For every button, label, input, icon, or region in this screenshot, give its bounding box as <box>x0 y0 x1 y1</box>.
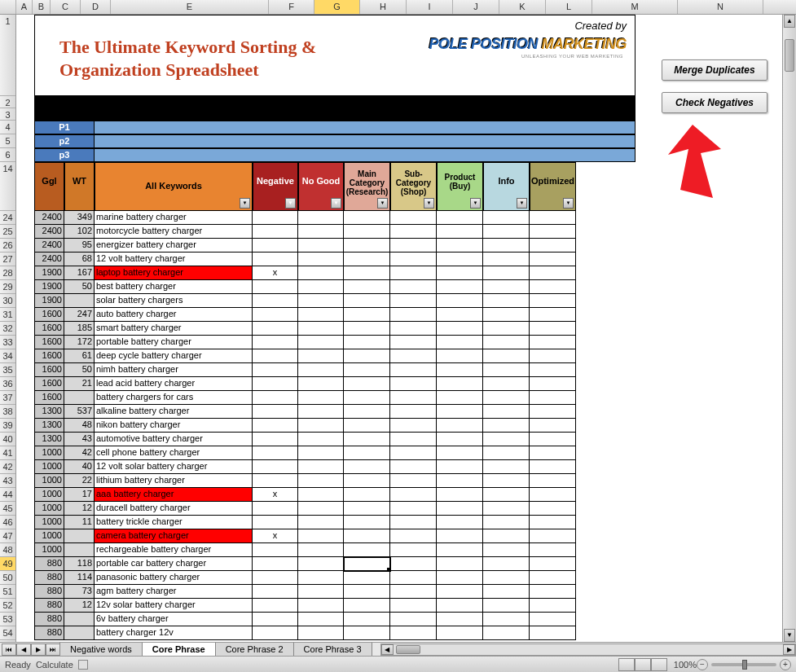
cell[interactable] <box>344 253 390 266</box>
column-header[interactable]: A <box>16 0 33 14</box>
cell[interactable] <box>344 557 390 571</box>
cell[interactable]: 1900 <box>34 266 64 280</box>
cell[interactable]: laptop battery charger <box>95 266 253 280</box>
cell[interactable]: automotive battery charger <box>95 433 253 446</box>
cell[interactable]: 1600 <box>34 336 64 349</box>
cell[interactable] <box>253 419 298 433</box>
cell[interactable] <box>298 391 344 405</box>
cell[interactable] <box>64 294 95 308</box>
cell[interactable] <box>344 460 390 474</box>
cell[interactable]: 1600 <box>34 322 64 336</box>
cell[interactable] <box>437 557 483 571</box>
cell[interactable] <box>253 294 298 308</box>
cell[interactable] <box>390 446 437 460</box>
cell[interactable] <box>530 488 576 502</box>
cell[interactable] <box>298 280 344 294</box>
view-normal-icon[interactable] <box>618 658 635 671</box>
cell[interactable] <box>483 294 530 308</box>
row-header[interactable]: 46 <box>0 516 15 529</box>
cell[interactable] <box>483 516 530 529</box>
cell[interactable] <box>390 322 437 336</box>
cell[interactable] <box>298 322 344 336</box>
cell[interactable] <box>344 294 390 308</box>
cell[interactable]: x <box>253 266 298 280</box>
cell[interactable] <box>390 308 437 322</box>
cell[interactable] <box>253 460 298 474</box>
column-header[interactable]: E <box>111 0 269 14</box>
cell[interactable] <box>344 571 390 585</box>
row-header[interactable]: 5 <box>0 134 15 148</box>
cell[interactable] <box>390 419 437 433</box>
cell[interactable] <box>344 446 390 460</box>
zoom-in-icon[interactable]: + <box>780 659 791 670</box>
cell[interactable] <box>344 405 390 419</box>
cell[interactable]: x <box>253 488 298 502</box>
cell[interactable] <box>483 433 530 446</box>
cell[interactable] <box>344 543 390 557</box>
cell[interactable]: nimh battery charger <box>95 363 253 377</box>
cell[interactable] <box>344 266 390 280</box>
cell[interactable] <box>344 613 390 626</box>
cell[interactable] <box>253 211 298 225</box>
cell[interactable]: 12 <box>64 502 95 516</box>
cell[interactable]: marine battery charger <box>95 211 253 225</box>
row-header[interactable]: 33 <box>0 336 15 349</box>
column-header[interactable]: M <box>592 0 678 14</box>
cell[interactable] <box>298 349 344 363</box>
cell[interactable]: 1000 <box>34 446 64 460</box>
cell[interactable] <box>390 266 437 280</box>
column-header[interactable]: J <box>453 0 499 14</box>
cell[interactable] <box>253 543 298 557</box>
cell[interactable] <box>437 529 483 543</box>
cell[interactable]: smart battery charger <box>95 322 253 336</box>
cell[interactable] <box>253 585 298 599</box>
cell[interactable] <box>530 211 576 225</box>
cell[interactable] <box>344 280 390 294</box>
cell[interactable] <box>530 336 576 349</box>
sheet-tab[interactable]: Negative words <box>59 643 143 657</box>
row-header[interactable]: 36 <box>0 377 15 391</box>
cell[interactable] <box>298 308 344 322</box>
cell[interactable] <box>483 349 530 363</box>
cell[interactable]: 95 <box>64 239 95 253</box>
cell[interactable]: 12 <box>64 599 95 613</box>
cell[interactable] <box>253 571 298 585</box>
cell[interactable] <box>483 419 530 433</box>
cell[interactable] <box>298 239 344 253</box>
cell[interactable]: 167 <box>64 266 95 280</box>
cell[interactable] <box>344 488 390 502</box>
cell[interactable] <box>298 419 344 433</box>
cell[interactable] <box>483 502 530 516</box>
cell[interactable] <box>344 419 390 433</box>
cell[interactable]: 1600 <box>34 349 64 363</box>
cell[interactable]: 1300 <box>34 433 64 446</box>
cell[interactable]: 537 <box>64 405 95 419</box>
cell[interactable] <box>298 253 344 266</box>
cell[interactable] <box>253 239 298 253</box>
cell[interactable] <box>437 294 483 308</box>
filter-icon[interactable]: ▼ <box>424 198 434 209</box>
col-wt[interactable]: WT <box>64 162 95 211</box>
cell[interactable]: deep cycle battery charger <box>95 349 253 363</box>
cell[interactable]: cell phone battery charger <box>95 446 253 460</box>
cell[interactable] <box>298 557 344 571</box>
p2-cell[interactable] <box>95 134 635 148</box>
cell[interactable]: 17 <box>64 488 95 502</box>
column-header[interactable]: D <box>81 0 111 14</box>
cell[interactable] <box>344 239 390 253</box>
cell[interactable]: 880 <box>34 599 64 613</box>
zoom-out-icon[interactable]: − <box>697 659 708 670</box>
cell[interactable] <box>390 211 437 225</box>
cell[interactable] <box>390 557 437 571</box>
cell[interactable] <box>64 543 95 557</box>
sheet-tab[interactable]: Core Phrase 3 <box>293 643 372 657</box>
scroll-up-icon[interactable]: ▲ <box>784 15 795 28</box>
cell[interactable] <box>390 516 437 529</box>
cell[interactable] <box>530 433 576 446</box>
cell[interactable] <box>483 363 530 377</box>
row-header[interactable]: 30 <box>0 294 15 308</box>
sheet-tab[interactable]: Core Phrase <box>142 643 216 657</box>
cell[interactable] <box>344 529 390 543</box>
row-header[interactable]: 47 <box>0 529 15 543</box>
cell[interactable] <box>483 474 530 488</box>
